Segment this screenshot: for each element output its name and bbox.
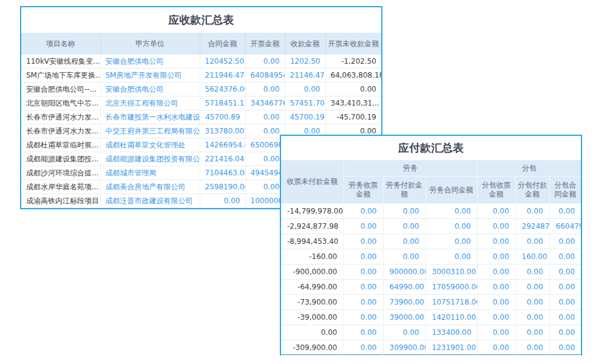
unpaid-invoice-amount-cell: -309,900.00 [281, 340, 344, 356]
subcontract-payment-cell: 160.00 [515, 249, 549, 265]
subcontract-contract-cell: 0.00 [549, 204, 581, 219]
labor-invoice-cell: 0.00 [344, 265, 383, 280]
project-name-cell: 安徽合肥供电公司--... [21, 83, 100, 96]
subcontract-invoice-cell: 0.00 [477, 234, 515, 249]
invoiced-unreceived-cell: 0.00 [325, 83, 381, 96]
header-group-subcontract: 分包 [477, 160, 581, 177]
subcontract-payment-cell: 0.00 [515, 280, 549, 295]
subcontract-invoice-cell: 0.00 [477, 204, 515, 219]
invoiced-amount-cell: 0.00 [245, 83, 285, 96]
client-name-link[interactable]: 北京天得工程有限公司 [100, 96, 200, 110]
labor-payment-cell: 0.00 [383, 234, 426, 249]
invoiced-amount-cell: 0.00 [245, 110, 285, 124]
receivables-header-row: 项目名称 甲方单位 合同金额 开票金额 收款金额 开票未收款金额 [21, 33, 381, 55]
labor-contract-cell: 10751718.00 [426, 295, 477, 310]
client-name-link[interactable]: 成都杜甫草堂文化管理处 [100, 138, 200, 152]
unpaid-invoice-amount-cell: -2,924,877.98 [281, 219, 344, 234]
subcontract-invoice-cell: 0.00 [477, 295, 515, 310]
table-row: -309,900.000.00309900.001231901.000.000.… [281, 340, 581, 356]
contract-amount-cell: 211946.47 [200, 69, 245, 83]
subcontract-contract-cell: 0.00 [549, 295, 581, 310]
invoiced-amount-cell: 0.00 [245, 124, 285, 138]
labor-contract-cell: 3000310.00 [426, 265, 477, 280]
client-name-link[interactable]: 成都城市管理局 [100, 166, 200, 180]
subcontract-contract-cell: 0.00 [549, 280, 581, 295]
labor-contract-cell: 0.00 [426, 219, 477, 234]
unpaid-invoice-amount-cell: -8,994,453.40 [281, 234, 344, 249]
contract-amount-cell: 5718451.17 [200, 96, 245, 110]
subcontract-payment-cell: 0.00 [515, 340, 549, 356]
subcontract-payment-cell: 0.00 [515, 295, 549, 310]
contract-amount-cell: 221416.04 [200, 152, 245, 166]
received-amount-cell: 57451.70 [285, 96, 325, 110]
labor-contract-cell: 0.00 [426, 204, 477, 219]
payables-table-body: -14,799,978.000.000.000.000.000.000.00-2… [281, 204, 581, 356]
labor-invoice-cell: 0.00 [344, 280, 383, 295]
labor-payment-cell: 0.00 [383, 204, 426, 219]
subcontract-contract-cell: 0.00 [549, 234, 581, 249]
labor-invoice-cell: 0.00 [344, 204, 383, 219]
payables-title: 应付款汇总表 [281, 136, 581, 160]
contract-amount-cell: 2598190.00 [200, 180, 245, 194]
subcontract-invoice-cell: 0.00 [477, 325, 515, 340]
table-row: -900,000.000.00900000.003000310.000.000.… [281, 265, 581, 280]
table-row: -39,000.000.0039000.001420110.000.000.00… [281, 310, 581, 325]
project-name-cell: 长春市伊通河水力发... [21, 124, 100, 138]
contract-amount-cell: 5624376.00 [200, 83, 245, 96]
labor-payment-cell: 900000.00 [383, 265, 426, 280]
labor-invoice-cell: 0.00 [344, 310, 383, 325]
invoiced-unreceived-cell: 64,063,808.18 [325, 69, 381, 83]
table-row: 0.000.000.00133400.000.000.000.00 [281, 325, 581, 340]
header-invoiced-amount: 开票金额 [245, 33, 285, 55]
table-row: -73,900.000.0073900.0010751718.000.000.0… [281, 295, 581, 310]
header-subcontract-contract-amount: 分包合同金额 [549, 177, 581, 204]
table-row: 安徽合肥供电公司--...安徽合肥供电公司5624376.000.000.000… [21, 83, 381, 96]
invoiced-amount-cell: 343467765. [245, 96, 285, 110]
labor-payment-cell: 0.00 [383, 249, 426, 265]
client-name-link[interactable]: 安徽合肥供电公司 [100, 83, 200, 96]
contract-amount-cell: 45700.89 [200, 110, 245, 124]
project-name-cell: 成都能源建设集团投... [21, 152, 100, 166]
contract-amount-cell: 14266954.67 [200, 138, 245, 152]
labor-payment-cell: 309900.00 [383, 340, 426, 356]
table-row: -160.000.000.000.000.00160.000.00 [281, 249, 581, 265]
subcontract-invoice-cell: 0.00 [477, 219, 515, 234]
table-row: 110kV安徽线程集变...安徽合肥供电公司120452.500.001202.… [21, 55, 381, 69]
header-group-labor: 劳务 [344, 160, 477, 177]
labor-invoice-cell: 0.00 [344, 295, 383, 310]
labor-payment-cell: 39000.00 [383, 310, 426, 325]
receivables-title: 应收款汇总表 [21, 7, 381, 33]
unpaid-invoice-amount-cell: -160.00 [281, 249, 344, 265]
unpaid-invoice-amount-cell: -39,000.00 [281, 310, 344, 325]
client-name-link[interactable]: SM房地产开发有限公司 [100, 69, 200, 83]
header-labor-invoice-amount: 劳务收票金额 [344, 177, 383, 204]
subcontract-payment-cell: 0.00 [515, 325, 549, 340]
subcontract-invoice-cell: 0.00 [477, 280, 515, 295]
invoiced-amount-cell: 65006909. [245, 138, 285, 152]
subcontract-contract-cell: 0.00 [549, 265, 581, 280]
subcontract-contract-cell: 0.00 [549, 310, 581, 325]
subcontract-payment-cell: 0.00 [515, 204, 549, 219]
project-name-cell: 110kV安徽线程集变... [21, 55, 100, 69]
header-received-amount: 收款金额 [285, 33, 325, 55]
unpaid-invoice-amount-cell: -73,900.00 [281, 295, 344, 310]
invoiced-unreceived-cell: -45,700.19 [325, 110, 381, 124]
client-name-link[interactable]: 安徽合肥供电公司 [100, 55, 200, 69]
unpaid-invoice-amount-cell: -14,799,978.00 [281, 204, 344, 219]
received-amount-cell: 1202.50 [285, 55, 325, 69]
table-row: -2,924,877.980.000.000.000.0029248776604… [281, 219, 581, 234]
client-name-link[interactable]: 成都美合房地产有限公司 [100, 180, 200, 194]
project-name-cell: SM广场地下车库更换... [21, 69, 100, 83]
client-name-link[interactable]: 中交王府井第三工程局有限公司 [100, 124, 200, 138]
invoiced-amount-cell: 64084954.6 [245, 69, 285, 83]
client-name-link[interactable]: 成都能源建设集团投资有限公司 [100, 152, 200, 166]
labor-invoice-cell: 0.00 [344, 340, 383, 356]
contract-amount-cell: 0.00 [200, 194, 245, 208]
header-subcontract-payment-amount: 分包付款金额 [515, 177, 549, 204]
client-name-link[interactable]: 成都泛普市政建设有限公司 [100, 194, 200, 208]
unpaid-invoice-amount-cell: -900,000.00 [281, 265, 344, 280]
client-name-link[interactable]: 长春市建投第一水利水电建设有限 [100, 110, 200, 124]
header-subcontract-invoice-amount: 分包收票金额 [477, 177, 515, 204]
labor-payment-cell: 0.00 [383, 219, 426, 234]
invoiced-unreceived-cell: 343,410,31... [325, 96, 381, 110]
